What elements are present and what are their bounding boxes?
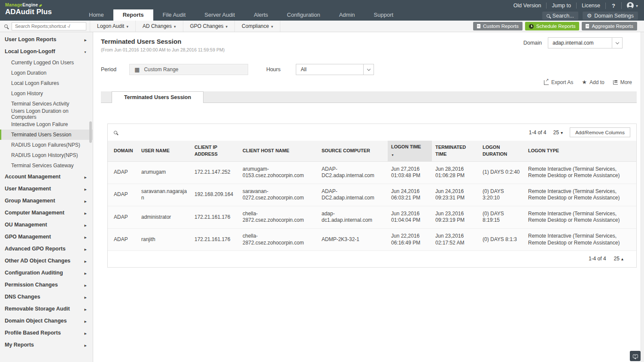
primary-nav: Home Reports File Audit Server Audit Ale… (79, 9, 403, 21)
button-icon (586, 24, 589, 28)
hours-select[interactable]: All (296, 64, 374, 75)
sidebar-item[interactable]: Local Logon-Logoff (0, 45, 93, 57)
sidebar-item[interactable]: Logon Duration (0, 68, 93, 78)
table-row: ADAP ranjith 172.21.161.176 chella-2872.… (108, 229, 636, 251)
sidebar-item[interactable]: Configuration Auditing (0, 267, 93, 279)
report-menu[interactable]: GPO Changes (183, 21, 235, 32)
report-action-link[interactable]: More (613, 79, 632, 85)
column-header[interactable]: LOGON DURATION (479, 141, 525, 161)
domain-selector: Domain adap.internal.com (523, 37, 623, 48)
sidebar-item[interactable]: Other AD Object Changes (0, 255, 93, 267)
table-search-icon[interactable] (114, 131, 117, 134)
report-menu[interactable]: Compliance (235, 21, 280, 32)
column-header[interactable]: LOGON TIME (388, 141, 432, 161)
toolbar-button[interactable]: Schedule Reports (525, 22, 579, 30)
nav-tab[interactable]: File Audit (153, 9, 195, 21)
domain-label: Domain (523, 40, 542, 46)
search-icon (4, 24, 8, 28)
toolbar-button[interactable]: Aggregate Reports (582, 22, 637, 30)
report-actions: Export As Add to More (544, 79, 632, 85)
chevron-down-icon (226, 23, 228, 29)
sidebar-item[interactable]: User Logon Reports (0, 33, 93, 45)
report-action-link[interactable]: Add to (582, 79, 604, 85)
report-search-input[interactable] (12, 22, 86, 30)
action-icon (613, 80, 618, 84)
sidebar-item[interactable]: Group Management (0, 195, 93, 207)
sidebar-item[interactable]: Profile Based Reports (0, 327, 93, 339)
action-icon (544, 80, 549, 85)
sidebar-item[interactable]: Account Management (0, 171, 93, 183)
chevron-down-icon[interactable] (363, 64, 374, 75)
sidebar-item[interactable]: Local Logon Failures (0, 78, 93, 88)
page-size-select-bottom[interactable]: 25 (614, 256, 623, 262)
sidebar-scrollbar[interactable] (89, 121, 92, 143)
sidebar-item[interactable]: Users Logon Duration on Computers (0, 109, 93, 119)
sidebar-item[interactable]: My Reports (0, 339, 93, 351)
sidebar-item[interactable]: Terminated Users Session (0, 130, 93, 140)
sidebar-item[interactable]: Advanced GPO Reports (0, 243, 93, 255)
manageengine-logo[interactable]: ManageEngine ADAudit Plus (5, 2, 52, 16)
add-remove-columns-button[interactable]: Add/Remove Columns (570, 127, 630, 137)
cell-logon-duration: (1) DAYS 0:2:40 (479, 161, 525, 184)
sort-desc-icon (391, 151, 428, 158)
nav-tab[interactable]: Home (79, 9, 113, 21)
cell-logon-duration: (0) DAYS 8:1:3 (479, 229, 525, 251)
expand-arrow-icon (85, 222, 87, 228)
tab-terminated-users-session[interactable]: Terminated Users Session (112, 91, 204, 103)
nav-tab[interactable]: Support (365, 9, 403, 21)
button-icon (477, 24, 480, 28)
sidebar-item[interactable]: OU Management (0, 219, 93, 231)
cell-terminated-time: Jun 23,2016 02:17:52 AM (432, 229, 479, 251)
column-header[interactable]: TERMINATED TIME (432, 141, 479, 161)
chevron-down-icon[interactable] (612, 38, 622, 48)
quick-link[interactable]: Old Version (508, 3, 547, 9)
help-icon[interactable]: ? (605, 3, 621, 9)
sidebar-item[interactable]: Terminal Services Activity (0, 99, 93, 109)
report-action-link[interactable]: Export As (544, 79, 573, 85)
sidebar-item[interactable]: Removable Storage Audit (0, 303, 93, 315)
feedback-chat-button[interactable] (630, 351, 641, 361)
page-size-select[interactable]: 25 (553, 130, 563, 136)
sidebar-item[interactable]: DNS Changes (0, 291, 93, 303)
nav-tab[interactable]: Server Audit (195, 9, 244, 21)
domain-settings-button[interactable]: ⚙ Domain Settings (583, 12, 638, 20)
column-header[interactable]: LOGON TYPE (525, 141, 636, 161)
sidebar-item[interactable]: Permission Changes (0, 279, 93, 291)
user-menu[interactable] (621, 2, 638, 9)
sidebar-item[interactable]: RADIUS Logon Failures(NPS) (0, 140, 93, 150)
nav-tab[interactable]: Admin (330, 9, 365, 21)
sidebar-item[interactable]: RADIUS Logon History(NPS) (0, 150, 93, 160)
sidebar-item[interactable]: Computer Management (0, 207, 93, 219)
cell-logon-time: Jun 22,2016 06:16:49 PM (388, 229, 432, 251)
period-input[interactable]: ▦ Custom Range (129, 64, 248, 75)
global-search-button[interactable]: Search... (542, 12, 578, 20)
report-menu[interactable]: AD Changes (136, 21, 183, 32)
cell-source-computer: ADMP-2K3-32-1 (318, 229, 388, 251)
quick-link[interactable]: License (576, 3, 605, 9)
quick-link[interactable]: Jump to (546, 3, 576, 9)
page-scrollbar[interactable] (641, 32, 644, 362)
sidebar-item[interactable]: GPO Management (0, 231, 93, 243)
domain-select[interactable]: adap.internal.com (548, 37, 623, 48)
sidebar-item[interactable]: Logon History (0, 88, 93, 99)
column-header[interactable]: CLIENT IP ADDRESS (191, 141, 239, 161)
report-menu[interactable]: Logon Audit (90, 21, 136, 32)
column-header[interactable]: DOMAIN (108, 141, 138, 161)
table-row: ADAP administrator 172.21.161.176 chella… (108, 206, 636, 228)
sidebar-item[interactable]: User Management (0, 183, 93, 195)
column-header[interactable]: USER NAME (138, 141, 191, 161)
chevron-down-icon (636, 3, 638, 9)
app-window: ManageEngine ADAudit Plus Home Reports F… (0, 0, 644, 362)
sidebar-item[interactable]: Terminal Services Gateway (0, 160, 93, 171)
cell-client-ip: 172.21.161.176 (191, 229, 239, 251)
cell-source-computer: adap-dc1.adap.internal.com (318, 206, 388, 228)
column-header[interactable]: SOURCE COMPUTER (318, 141, 388, 161)
column-header[interactable]: CLIENT HOST NAME (239, 141, 318, 161)
sidebar-item[interactable]: Interactive Logon Failure (0, 119, 93, 130)
toolbar-button[interactable]: Custom Reports (473, 22, 522, 30)
nav-tab[interactable]: Configuration (277, 9, 329, 21)
nav-tab[interactable]: Alerts (244, 9, 277, 21)
sidebar-item[interactable]: Domain Object Changes (0, 315, 93, 327)
sidebar-item[interactable]: Currently Logged On Users (0, 57, 93, 68)
nav-tab[interactable]: Reports (113, 9, 153, 21)
